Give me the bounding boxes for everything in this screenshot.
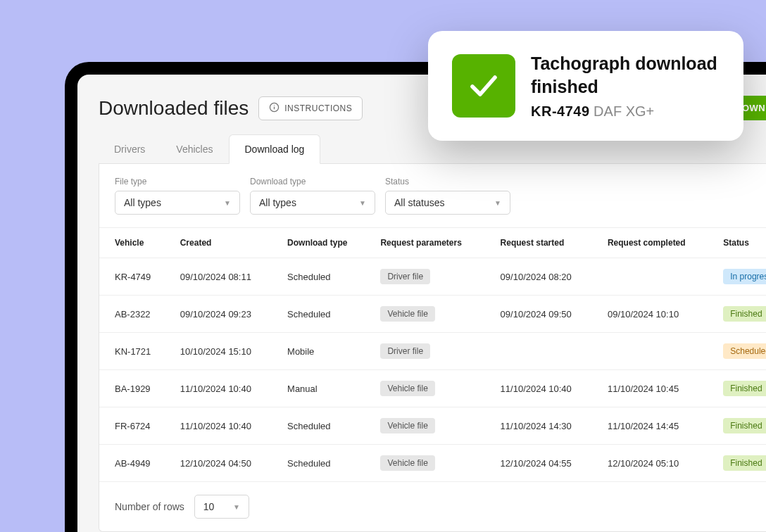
filter-label-download-type: Download type: [250, 177, 375, 186]
filter-file-type: File type All types ▼: [115, 177, 240, 215]
notification-toast: Tachograph download finished KR-4749 DAF…: [428, 31, 743, 141]
status-badge: Scheduled: [723, 343, 766, 359]
tab-vehicles[interactable]: Vehicles: [161, 134, 228, 163]
cell-download-type: Scheduled: [280, 445, 373, 482]
cell-request-started: 12/10/2024 04:55: [494, 445, 601, 482]
cell-status: Finished: [716, 407, 766, 445]
chevron-down-icon: ▼: [224, 199, 231, 207]
cell-request-completed: 09/10/2024 10:10: [601, 296, 716, 333]
table-header-row: VehicleCreatedDownload typeRequest param…: [99, 228, 766, 258]
select-file-type[interactable]: All types ▼: [115, 191, 240, 215]
param-pill: Driver file: [380, 343, 430, 359]
status-badge: Finished: [723, 381, 766, 396]
notification-model: DAF XG+: [594, 103, 654, 119]
cell-vehicle: AB-4949: [99, 445, 173, 482]
cell-request-completed: 11/10/2024 10:45: [601, 370, 716, 407]
page-title: Downloaded files: [99, 97, 249, 120]
cell-created: 11/10/2024 10:40: [173, 407, 280, 445]
param-pill: Vehicle file: [380, 381, 434, 396]
cell-created: 12/10/2024 04:50: [173, 445, 280, 482]
cell-download-type: Scheduled: [280, 407, 373, 445]
cell-vehicle: FR-6724: [99, 407, 173, 445]
cell-request-started: [494, 333, 601, 370]
param-pill: Vehicle file: [380, 455, 434, 471]
cell-request-started: 09/10/2024 09:50: [494, 296, 601, 333]
cell-download-type: Scheduled: [280, 258, 373, 296]
status-badge: Finished: [723, 455, 766, 471]
info-icon: [269, 102, 280, 115]
download-log-panel: File type All types ▼ Download type All …: [99, 164, 766, 532]
select-status-value: All statuses: [394, 197, 445, 208]
column-header: Vehicle: [99, 228, 173, 258]
cell-request-params: Vehicle file: [373, 296, 493, 333]
cell-request-params: Vehicle file: [373, 445, 493, 482]
table-row[interactable]: AB-232209/10/2024 09:23ScheduledVehicle …: [99, 296, 766, 333]
filter-status: Status All statuses ▼: [385, 177, 510, 215]
cell-request-started: 09/10/2024 08:20: [494, 258, 601, 296]
pagination-label: Number of rows: [115, 501, 184, 512]
cell-vehicle: AB-2322: [99, 296, 173, 333]
cell-download-type: Mobile: [280, 333, 373, 370]
table-row[interactable]: KN-172110/10/2024 15:10MobileDriver file…: [99, 333, 766, 370]
chevron-down-icon: ▼: [359, 199, 366, 207]
select-rows-per-page[interactable]: 10 ▼: [194, 495, 249, 519]
status-badge: In progress: [723, 269, 766, 284]
app-screen: Downloaded files INSTRUCTIONS + DOWNLOAD…: [77, 75, 766, 532]
cell-download-type: Manual: [280, 370, 373, 407]
cell-status: In progress: [716, 258, 766, 296]
notification-body: Tachograph download finished KR-4749 DAF…: [531, 52, 720, 120]
instructions-label: INSTRUCTIONS: [284, 103, 352, 113]
column-header: Request started: [494, 228, 601, 258]
cell-created: 09/10/2024 08:11: [173, 258, 280, 296]
select-download-type[interactable]: All types ▼: [250, 191, 375, 215]
status-badge: Finished: [723, 306, 766, 322]
svg-point-2: [274, 104, 275, 105]
cell-request-params: Driver file: [373, 333, 493, 370]
cell-vehicle: BA-1929: [99, 370, 173, 407]
column-header: Download type: [280, 228, 373, 258]
cell-request-completed: [601, 258, 716, 296]
instructions-button[interactable]: INSTRUCTIONS: [258, 96, 363, 120]
cell-request-completed: [601, 333, 716, 370]
column-header: Created: [173, 228, 280, 258]
cell-request-started: 11/10/2024 10:40: [494, 370, 601, 407]
filter-download-type: Download type All types ▼: [250, 177, 375, 215]
column-header: Request parameters: [373, 228, 493, 258]
notification-title: Tachograph download finished: [531, 52, 720, 98]
table-row[interactable]: KR-474909/10/2024 08:11ScheduledDriver f…: [99, 258, 766, 296]
table-row[interactable]: BA-192911/10/2024 10:40ManualVehicle fil…: [99, 370, 766, 407]
cell-download-type: Scheduled: [280, 296, 373, 333]
page-header-left: Downloaded files INSTRUCTIONS: [99, 96, 363, 120]
table-row[interactable]: AB-494912/10/2024 04:50ScheduledVehicle …: [99, 445, 766, 482]
status-badge: Finished: [723, 418, 766, 433]
filter-label-file-type: File type: [115, 177, 240, 186]
cell-request-completed: 11/10/2024 14:45: [601, 407, 716, 445]
pagination-bar: Number of rows 10 ▼: [99, 482, 766, 531]
tab-drivers[interactable]: Drivers: [99, 134, 161, 163]
cell-created: 09/10/2024 09:23: [173, 296, 280, 333]
tab-download-log[interactable]: Download log: [229, 134, 321, 164]
check-icon: [452, 54, 515, 118]
select-download-type-value: All types: [259, 197, 296, 208]
download-log-table: VehicleCreatedDownload typeRequest param…: [99, 227, 766, 482]
param-pill: Vehicle file: [380, 418, 434, 433]
select-file-type-value: All types: [124, 197, 161, 208]
cell-status: Finished: [716, 296, 766, 333]
cell-status: Scheduled: [716, 333, 766, 370]
column-header: Request completed: [601, 228, 716, 258]
cell-created: 10/10/2024 15:10: [173, 333, 280, 370]
cell-request-completed: 12/10/2024 05:10: [601, 445, 716, 482]
cell-request-params: Vehicle file: [373, 370, 493, 407]
notification-subtitle: KR-4749 DAF XG+: [531, 103, 720, 120]
table-row[interactable]: FR-672411/10/2024 10:40ScheduledVehicle …: [99, 407, 766, 445]
param-pill: Driver file: [380, 269, 430, 284]
cell-status: Finished: [716, 445, 766, 482]
notification-plate: KR-4749: [531, 103, 590, 119]
cell-status: Finished: [716, 370, 766, 407]
select-status[interactable]: All statuses ▼: [385, 191, 510, 215]
select-rows-value: 10: [203, 501, 215, 512]
cell-request-started: 11/10/2024 14:30: [494, 407, 601, 445]
cell-request-params: Vehicle file: [373, 407, 493, 445]
cell-vehicle: KN-1721: [99, 333, 173, 370]
column-header: Status: [716, 228, 766, 258]
